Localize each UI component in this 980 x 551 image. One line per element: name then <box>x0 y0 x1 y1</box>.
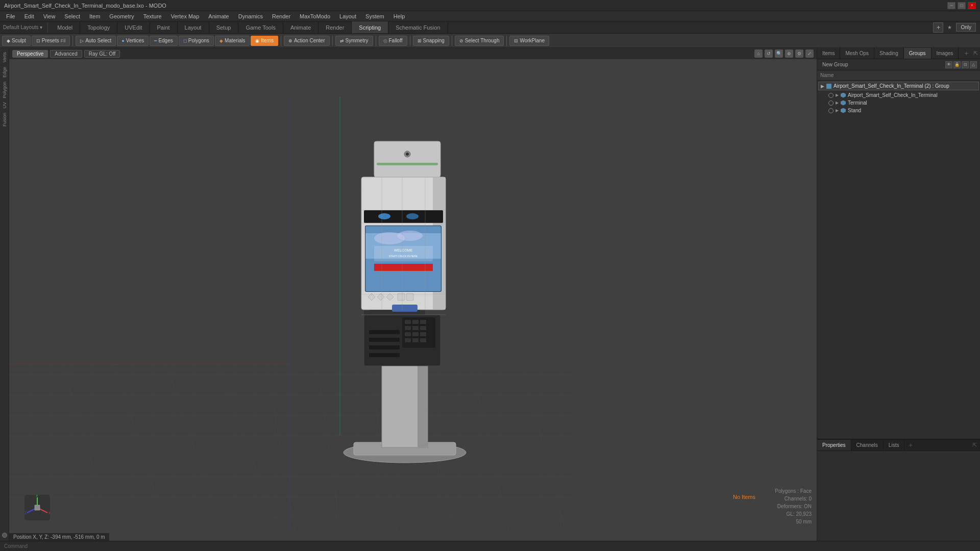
viewport-header: Perspective Advanced Ray GL: Off ⌂ ↺ 🔍 ⊕… <box>9 48 817 59</box>
left-panel-polygon[interactable]: Polygon <box>1 80 8 101</box>
tab-setup[interactable]: Setup <box>209 21 239 33</box>
tab-schematic-fusion[interactable]: Schematic Fusion <box>388 21 448 33</box>
auto-select-button[interactable]: ▷ Auto Select <box>76 36 116 46</box>
close-button[interactable]: ✕ <box>968 2 976 9</box>
menu-item[interactable]: Item <box>85 12 104 20</box>
groups-eye-icon[interactable]: 👁 <box>945 61 952 68</box>
groups-list[interactable]: ▶ Airport_Smart_Self_Check_In_Terminal (… <box>817 81 980 439</box>
toolbar-separator-2 <box>281 36 281 46</box>
workplane-button[interactable]: ⊟ WorkPlane <box>509 36 549 46</box>
vertices-button[interactable]: ● Vertices <box>117 36 149 46</box>
rpanel-expand-button[interactable]: ⇱ <box>971 50 980 57</box>
sculpt-button[interactable]: ◆ Sculpt <box>2 36 31 46</box>
menu-layout[interactable]: Layout <box>335 12 360 20</box>
viewport-settings-icon[interactable]: ⚙ <box>795 49 803 58</box>
rpanel-tab-shading[interactable]: Shading <box>874 48 904 59</box>
menu-maxtomodo[interactable]: MaxToModo <box>296 12 334 20</box>
rpanel-tab-items[interactable]: Items <box>817 48 840 59</box>
menu-render[interactable]: Render <box>268 12 295 20</box>
stat-channels: Channels: 0 <box>775 495 812 503</box>
groups-toolbar: New Group 👁 🔒 ⊡ △ <box>817 59 980 70</box>
rpanel-tab-groups[interactable]: Groups <box>904 48 932 59</box>
add-rpanel-tab-button[interactable]: + <box>961 49 971 57</box>
snapping-icon: ⊞ <box>418 38 422 43</box>
groups-mesh-icon[interactable]: △ <box>970 61 977 68</box>
left-panel-uv[interactable]: UV <box>1 100 8 111</box>
menu-view[interactable]: View <box>39 12 60 20</box>
groups-lock-icon[interactable]: 🔒 <box>953 61 961 68</box>
menu-vertex-map[interactable]: Vertex Map <box>167 12 204 20</box>
viewport-home-icon[interactable]: ⌂ <box>754 49 763 58</box>
prop-expand-button[interactable]: ⇱ <box>969 442 980 448</box>
tab-model[interactable]: Model <box>50 21 80 33</box>
edges-button[interactable]: ━ Edges <box>150 36 177 46</box>
symmetry-button[interactable]: ⇌ Symmetry <box>335 36 373 46</box>
advanced-button[interactable]: Advanced <box>50 50 82 58</box>
viewport-expand-icon[interactable]: ⤢ <box>805 49 814 58</box>
groups-view-icon[interactable]: ⊡ <box>962 61 969 68</box>
menu-dynamics[interactable]: Dynamics <box>234 12 267 20</box>
group-eye-icon-2[interactable] <box>828 108 834 113</box>
svg-point-70 <box>406 153 409 156</box>
viewport[interactable]: WELCOME START CHECK IN HERE <box>9 48 817 541</box>
no-items-text: No Items <box>733 494 755 500</box>
prop-tab-lists[interactable]: Lists <box>884 440 905 450</box>
group-expand-icon-1: ▶ <box>836 101 839 105</box>
groups-icon-group: 👁 🔒 ⊡ △ <box>945 61 977 68</box>
viewport-zoom-icon[interactable]: 🔍 <box>775 49 783 58</box>
materials-button[interactable]: ◆ Materials <box>215 36 250 46</box>
left-panel-vertices[interactable]: Verts <box>1 50 8 65</box>
tab-game-tools[interactable]: Game Tools <box>238 21 283 33</box>
perspective-button[interactable]: Perspective <box>12 50 48 58</box>
menu-file[interactable]: File <box>2 12 19 20</box>
svg-text:X: X <box>48 511 50 515</box>
left-panel-fusion[interactable]: Fusion <box>1 111 8 129</box>
left-panel-edges[interactable]: Edge <box>1 65 8 80</box>
menu-help[interactable]: Help <box>389 12 409 20</box>
group-root-item[interactable]: ▶ Airport_Smart_Self_Check_In_Terminal (… <box>818 82 979 90</box>
presets-button[interactable]: ⊡ Presets Fil <box>32 36 70 46</box>
group-item-airport-terminal[interactable]: ▶ Airport_Smart_Self_Check_In_Terminal <box>818 91 979 99</box>
tab-layout[interactable]: Layout <box>178 21 209 33</box>
items-button[interactable]: ◉ Items <box>251 36 278 46</box>
only-button[interactable]: Only <box>956 23 976 32</box>
prop-tab-properties[interactable]: Properties <box>817 440 851 450</box>
tab-topology[interactable]: Topology <box>80 21 117 33</box>
prop-tab-channels[interactable]: Channels <box>851 440 884 450</box>
rpanel-tab-mesh-ops[interactable]: Mesh Ops <box>840 48 874 59</box>
add-prop-tab-button[interactable]: + <box>904 441 917 449</box>
tab-uvedit[interactable]: UVEdit <box>117 21 150 33</box>
tab-animate[interactable]: Animate <box>283 21 318 33</box>
minimize-button[interactable]: ─ <box>947 2 955 9</box>
tab-render[interactable]: Render <box>318 21 352 33</box>
command-input[interactable] <box>32 543 976 549</box>
raygl-button[interactable]: Ray GL: Off <box>84 50 120 58</box>
add-layout-tab-button[interactable]: + <box>933 22 943 33</box>
group-eye-icon-0[interactable] <box>828 93 834 98</box>
new-group-button[interactable]: New Group <box>820 61 850 68</box>
maximize-button[interactable]: □ <box>958 2 966 9</box>
polygons-button[interactable]: ◻ Polygons <box>179 36 214 46</box>
menu-geometry[interactable]: Geometry <box>105 12 138 20</box>
viewport-search-icon[interactable]: ⊕ <box>785 49 793 58</box>
group-item-stand[interactable]: ▶ Stand <box>818 107 979 114</box>
viewport-refresh-icon[interactable]: ↺ <box>765 49 773 58</box>
svg-rect-45 <box>420 338 426 342</box>
menu-select[interactable]: Select <box>60 12 84 20</box>
select-through-button[interactable]: ⊘ Select Through <box>455 36 504 46</box>
action-center-button[interactable]: ⊕ Action Center <box>284 36 330 46</box>
snapping-button[interactable]: ⊞ Snapping <box>413 36 449 46</box>
tab-paint[interactable]: Paint <box>150 21 178 33</box>
svg-text:Z: Z <box>24 511 27 515</box>
group-item-terminal[interactable]: ▶ Terminal <box>818 99 979 107</box>
left-panel-toggle[interactable] <box>2 533 7 538</box>
menu-animate[interactable]: Animate <box>204 12 233 20</box>
menu-edit[interactable]: Edit <box>20 12 38 20</box>
falloff-button[interactable]: ◎ Falloff <box>379 36 407 46</box>
default-layouts-dropdown[interactable]: Default Layouts ▾ <box>0 24 45 30</box>
tab-scripting[interactable]: Scripting <box>352 21 388 33</box>
rpanel-tab-images[interactable]: Images <box>932 48 959 59</box>
menu-system[interactable]: System <box>361 12 388 20</box>
group-eye-icon-1[interactable] <box>828 101 834 106</box>
menu-texture[interactable]: Texture <box>139 12 166 20</box>
